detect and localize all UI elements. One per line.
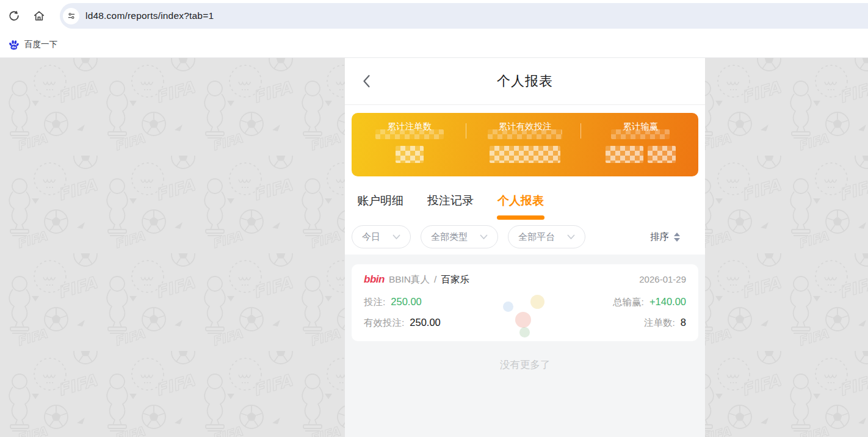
redacted-value [396,146,424,163]
tab-label: 个人报表 [497,193,544,209]
tab-label: 账户明细 [357,193,403,209]
record-header-row: bbin BBIN真人 / 百家乐 2026-01-29 [364,273,686,286]
tab-label: 投注记录 [427,193,474,209]
valid-bet-value: 250.00 [410,317,440,328]
chevron-left-icon [360,73,374,89]
filter-type-dropdown[interactable]: 全部类型 [421,225,498,248]
tab-underline [427,215,474,220]
page-title: 个人报表 [497,72,553,90]
report-list: bbin BBIN真人 / 百家乐 2026-01-29 投注: 250.00 … [345,255,705,437]
svg-text:du: du [12,45,16,49]
dropdown-value: 全部类型 [431,231,468,243]
redacted-value [490,146,560,163]
redacted-value [648,146,676,163]
home-icon [32,9,46,23]
bookmark-baidu[interactable]: du 百度一下 [5,37,61,52]
tab-account-details[interactable]: 账户明细 [356,193,404,220]
reload-icon [7,9,21,23]
redacted-blur [375,129,444,139]
valid-bet-label: 有效投注: [364,317,404,330]
report-record-card[interactable]: bbin BBIN真人 / 百家乐 2026-01-29 投注: 250.00 … [352,264,698,341]
winloss-label: 总输赢: [613,296,644,309]
address-bar[interactable]: ld48.com/reports/index?tab=1 [60,3,868,29]
stat-total-bets: 累计注单数 [352,113,467,176]
stat-divider [580,123,581,139]
filter-platform-dropdown[interactable]: 全部平台 [508,225,585,248]
sort-label: 排序 [650,231,669,244]
provider-name: BBIN真人 [389,273,430,286]
baidu-paw-icon: du [9,40,19,50]
winloss-value: +140.00 [649,296,686,308]
stat-divider [466,123,466,139]
bet-label: 投注: [364,296,385,309]
redacted-value [606,146,643,163]
tune-icon [67,11,76,21]
chevron-down-icon [480,234,488,240]
chevron-down-icon [567,234,575,240]
no-more-text: 没有更多了 [352,358,698,372]
tab-bar: 账户明细 投注记录 个人报表 [345,193,705,220]
home-button[interactable] [28,5,50,27]
filter-date-dropdown[interactable]: 今日 [352,225,411,248]
browser-toolbar: ld48.com/reports/index?tab=1 [0,0,868,32]
tab-underline-active [497,215,544,220]
reload-button[interactable] [3,5,25,27]
site-settings-button[interactable] [63,8,79,24]
stat-total-winloss: 累计输赢 [583,113,698,176]
bet-value: 250.00 [391,296,421,308]
redacted-blur [611,129,670,139]
chevron-down-icon [392,234,400,240]
stat-total-valid-bet: 累计有效投注 [467,113,582,176]
url-text: ld48.com/reports/index?tab=1 [85,10,214,21]
bbin-logo: bbin [364,273,385,286]
record-bet-row: 投注: 250.00 总输赢: +140.00 [364,296,686,309]
game-name: 百家乐 [441,273,469,286]
dropdown-value: 全部平台 [518,231,555,243]
tab-underline [356,215,404,220]
record-date: 2026-01-29 [639,274,686,284]
redacted-blur [488,129,562,139]
page-content: FIFA FIFA 个人报表 累计注单数 [0,58,868,437]
tab-personal-report[interactable]: 个人报表 [497,193,544,220]
report-panel: 个人报表 累计注单数 累计有效投注 累计输赢 [345,58,705,437]
stats-summary-card: 累计注单数 累计有效投注 累计输赢 [352,113,698,176]
bookmarks-bar: du 百度一下 [0,32,868,58]
tab-bet-records[interactable]: 投注记录 [427,193,474,220]
bet-count-value: 8 [681,317,686,328]
dropdown-value: 今日 [362,231,380,243]
back-button[interactable] [358,73,375,90]
panel-header: 个人报表 [345,58,705,105]
sort-arrows-icon [674,233,680,242]
sort-button[interactable]: 排序 [650,231,680,244]
filter-bar: 今日 全部类型 全部平台 排序 [345,225,705,248]
bet-count-label: 注单数: [644,317,675,330]
record-validbet-row: 有效投注: 250.00 注单数: 8 [364,317,686,330]
separator: / [434,274,436,285]
bookmark-label: 百度一下 [24,39,57,50]
